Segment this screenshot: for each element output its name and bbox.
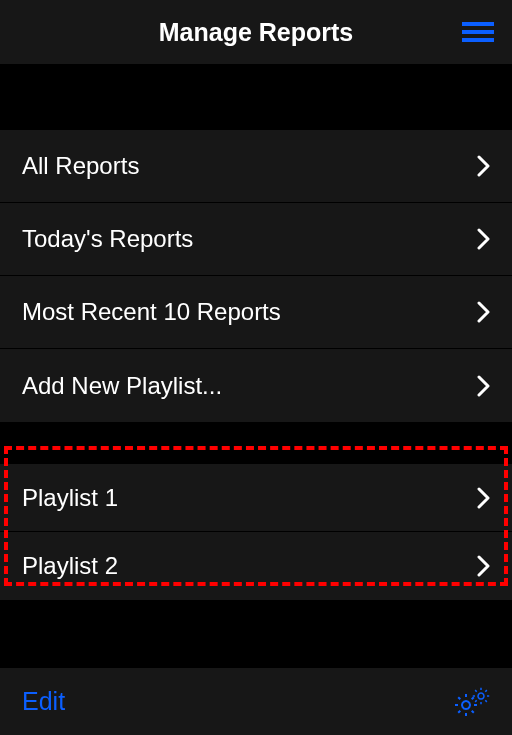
row-label: Add New Playlist... xyxy=(22,372,477,400)
svg-line-5 xyxy=(485,700,487,702)
row-label: All Reports xyxy=(22,152,477,180)
bottom-toolbar: Edit xyxy=(0,668,512,735)
header-bar: Manage Reports xyxy=(0,0,512,64)
chevron-right-icon xyxy=(477,487,490,509)
row-playlist-2[interactable]: Playlist 2 xyxy=(0,532,512,600)
row-label: Most Recent 10 Reports xyxy=(22,298,477,326)
row-todays-reports[interactable]: Today's Reports xyxy=(0,203,512,276)
row-all-reports[interactable]: All Reports xyxy=(0,130,512,203)
svg-line-15 xyxy=(472,697,474,699)
spacer xyxy=(0,64,512,130)
svg-line-4 xyxy=(475,690,477,692)
reports-section: All Reports Today's Reports Most Recent … xyxy=(0,130,512,422)
edit-button[interactable]: Edit xyxy=(22,687,65,716)
page-title: Manage Reports xyxy=(159,18,353,47)
chevron-right-icon xyxy=(477,375,490,397)
section-divider xyxy=(0,422,512,464)
svg-line-14 xyxy=(458,710,460,712)
chevron-right-icon xyxy=(477,555,490,577)
row-label: Playlist 2 xyxy=(22,552,477,580)
row-playlist-1[interactable]: Playlist 1 xyxy=(0,464,512,532)
chevron-right-icon xyxy=(477,228,490,250)
playlists-section: Playlist 1 Playlist 2 xyxy=(0,464,512,600)
svg-line-12 xyxy=(458,697,460,699)
row-recent-reports[interactable]: Most Recent 10 Reports xyxy=(0,276,512,349)
row-label: Today's Reports xyxy=(22,225,477,253)
svg-line-13 xyxy=(472,710,474,712)
row-label: Playlist 1 xyxy=(22,484,477,512)
row-add-playlist[interactable]: Add New Playlist... xyxy=(0,349,512,422)
chevron-right-icon xyxy=(477,301,490,323)
settings-icon[interactable] xyxy=(454,687,490,717)
chevron-right-icon xyxy=(477,155,490,177)
svg-line-7 xyxy=(485,690,487,692)
hamburger-menu-icon[interactable] xyxy=(462,22,494,42)
